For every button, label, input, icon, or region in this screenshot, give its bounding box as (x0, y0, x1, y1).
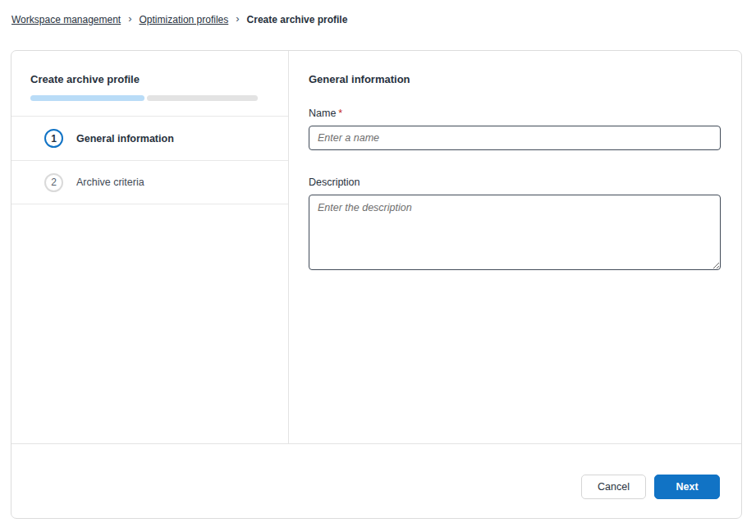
breadcrumb-optimization-profiles[interactable]: Optimization profiles (140, 14, 229, 25)
chevron-right-icon: › (236, 13, 239, 24)
step-number-badge: 2 (44, 173, 63, 192)
breadcrumb: Workspace management › Optimization prof… (0, 0, 756, 28)
name-field-label: Name* (309, 108, 721, 119)
description-label-text: Description (309, 177, 360, 188)
wizard-header: Create archive profile (11, 51, 288, 116)
card-content: Create archive profile 1 General informa… (11, 51, 741, 443)
general-information-form: General information Name* Description (289, 51, 741, 443)
chevron-right-icon: › (128, 13, 131, 24)
wizard-title: Create archive profile (30, 73, 257, 85)
progress-fill (30, 95, 144, 101)
cancel-button[interactable]: Cancel (581, 475, 646, 499)
wizard-footer: Cancel Next (11, 443, 741, 518)
wizard-progress-bar (30, 95, 258, 101)
name-label-text: Name (309, 108, 336, 119)
step-general-information[interactable]: 1 General information (11, 116, 288, 160)
required-asterisk: * (338, 108, 342, 119)
next-button[interactable]: Next (654, 475, 720, 499)
breadcrumb-current-page: Create archive profile (247, 14, 348, 25)
breadcrumb-workspace-management[interactable]: Workspace management (11, 14, 121, 25)
description-textarea[interactable] (309, 195, 721, 270)
create-archive-profile-card: Create archive profile 1 General informa… (11, 50, 742, 519)
progress-track (147, 95, 259, 101)
step-number-badge: 1 (44, 129, 63, 148)
wizard-steps-panel: Create archive profile 1 General informa… (11, 51, 289, 443)
step-label: General information (76, 133, 174, 144)
name-input[interactable] (309, 126, 721, 150)
step-archive-criteria[interactable]: 2 Archive criteria (11, 160, 288, 204)
description-field-label: Description (309, 177, 721, 188)
step-label: Archive criteria (76, 177, 144, 188)
section-title: General information (309, 73, 721, 85)
